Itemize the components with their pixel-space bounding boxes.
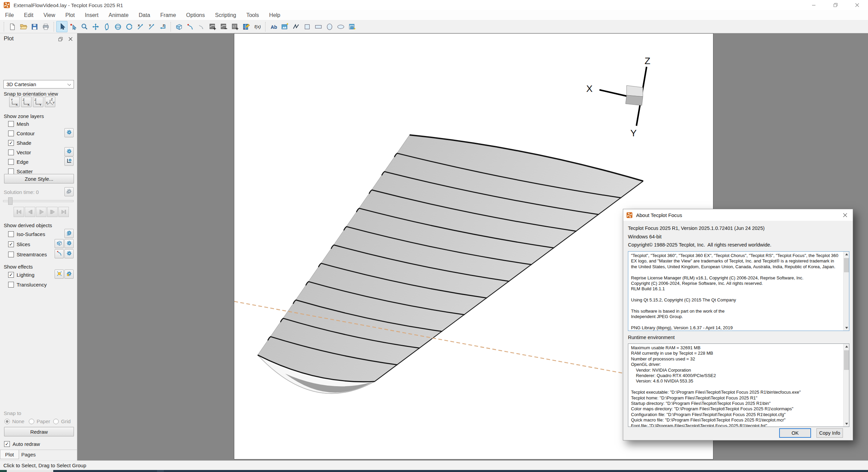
close-panel-icon[interactable] xyxy=(67,35,74,43)
add-streamtrace-button[interactable] xyxy=(184,21,196,32)
streamtrace-details-button[interactable] xyxy=(64,249,74,258)
rotate-rollerball-button[interactable] xyxy=(101,21,112,32)
runtime-scrollbar[interactable] xyxy=(843,344,849,427)
print-button[interactable] xyxy=(40,21,51,32)
add-square-button[interactable] xyxy=(301,21,313,32)
svg-text:X: X xyxy=(46,101,48,104)
rotate-x-button[interactable]: X xyxy=(135,21,146,32)
specify-equations-button[interactable]: f(x) xyxy=(252,21,263,32)
zone-checkbox-edge[interactable] xyxy=(8,159,14,165)
menu-tools[interactable]: Tools xyxy=(241,10,264,20)
slice-details-icon xyxy=(66,240,72,248)
menu-help[interactable]: Help xyxy=(264,10,285,20)
lighting-details-icon xyxy=(66,271,72,278)
add-text-button[interactable]: Ab xyxy=(268,21,279,32)
derived-checkbox-streamtraces[interactable] xyxy=(8,252,14,257)
scroll-up-icon[interactable] xyxy=(844,344,849,350)
add-ellipse-button[interactable] xyxy=(335,21,346,32)
license-scrollbar[interactable] xyxy=(843,252,849,331)
add-square-icon xyxy=(303,23,311,31)
float-panel-icon[interactable] xyxy=(57,35,64,43)
zone-checkbox-scatter[interactable] xyxy=(8,169,14,174)
save-layout-button[interactable] xyxy=(29,21,40,32)
menu-view[interactable]: View xyxy=(38,10,60,20)
license-text-area[interactable]: "Tecplot", "Tecplot 360", "Tecplot 360 E… xyxy=(628,251,849,331)
menu-insert[interactable]: Insert xyxy=(80,10,103,20)
add-polyline-button[interactable] xyxy=(290,21,301,32)
status-bar: Click to Select, Drag to Select Group xyxy=(0,460,868,470)
svg-text:X: X xyxy=(27,103,29,106)
lighting-place-button[interactable] xyxy=(55,270,64,279)
zone-checkbox-shade[interactable]: ✓ xyxy=(8,140,14,146)
zone-checkbox-mesh[interactable] xyxy=(8,121,14,127)
derived-checkbox-iso-surfaces[interactable] xyxy=(8,231,14,237)
zone-checkbox-vector[interactable] xyxy=(8,150,14,155)
edit-colormap-button[interactable] xyxy=(240,21,252,32)
scroll-down-icon[interactable] xyxy=(844,325,849,331)
scroll-up-icon[interactable] xyxy=(844,252,849,257)
effects-checkbox-lighting[interactable]: ✓ xyxy=(8,272,14,278)
vector-details-button[interactable] xyxy=(64,147,74,156)
create-frame-button[interactable] xyxy=(346,21,357,32)
view-yx-button[interactable]: YX xyxy=(9,97,20,107)
runtime-text-area[interactable]: Maximum usable RAM = 32691 MBRAM current… xyxy=(628,343,849,427)
wing-body xyxy=(258,135,643,394)
contour-details-button[interactable] xyxy=(64,128,74,137)
edge-details-button[interactable] xyxy=(64,157,74,166)
menu-frame[interactable]: Frame xyxy=(155,10,181,20)
rotate-z-button[interactable]: Z xyxy=(157,21,168,32)
select-button[interactable] xyxy=(56,21,67,32)
close-button[interactable] xyxy=(846,0,868,10)
menu-data[interactable]: Data xyxy=(134,10,155,20)
tab-plot[interactable]: Plot xyxy=(0,450,19,459)
menu-scripting[interactable]: Scripting xyxy=(210,10,241,20)
open-layout-button[interactable] xyxy=(18,21,29,32)
streamtrace-place-icon xyxy=(56,250,62,258)
menu-options[interactable]: Options xyxy=(181,10,210,20)
restore-button[interactable] xyxy=(825,0,846,10)
redraw-button[interactable]: Redraw xyxy=(4,427,74,436)
menu-plot[interactable]: Plot xyxy=(60,10,80,20)
zone-style-button[interactable]: Zone Style... xyxy=(4,174,74,183)
view-zx-button[interactable]: ZX xyxy=(21,97,32,107)
menu-file[interactable]: File xyxy=(0,10,19,20)
effects-checkbox-translucency[interactable] xyxy=(8,282,14,288)
plot-type-dropdown[interactable]: 3D Cartesian xyxy=(3,80,74,88)
ok-button[interactable]: OK xyxy=(779,428,811,438)
delete-contour-level-button[interactable] xyxy=(218,21,229,32)
new-layout-button[interactable] xyxy=(6,21,18,32)
zone-checkbox-contour[interactable] xyxy=(8,131,14,136)
derived-checkbox-slices[interactable]: ✓ xyxy=(8,241,14,247)
translate-button[interactable] xyxy=(90,21,101,32)
add-circle-button[interactable] xyxy=(324,21,335,32)
slice-tool-button[interactable] xyxy=(173,21,184,32)
copy-info-button[interactable]: Copy Info xyxy=(816,428,843,438)
add-rectangle-button[interactable] xyxy=(313,21,324,32)
streamtrace-place-button[interactable] xyxy=(55,249,64,258)
add-contour-level-button[interactable] xyxy=(207,21,218,32)
tab-pages[interactable]: Pages xyxy=(19,450,38,459)
slice-details-button[interactable] xyxy=(64,239,74,248)
auto-redraw-checkbox-row[interactable]: ✓ Auto redraw xyxy=(4,440,40,448)
view-zy-button[interactable]: ZY xyxy=(33,97,43,107)
rotate-y-button[interactable]: Y xyxy=(146,21,157,32)
end-streamtrace-button[interactable] xyxy=(196,21,207,32)
scroll-down-icon[interactable] xyxy=(844,421,849,427)
adjust-button[interactable] xyxy=(67,21,79,32)
minimize-button[interactable] xyxy=(803,0,825,10)
rotate-twist-button[interactable] xyxy=(123,21,135,32)
lighting-details-button[interactable] xyxy=(64,270,74,279)
rotate-spherical-button[interactable] xyxy=(112,21,123,32)
zoom-button[interactable] xyxy=(79,21,90,32)
contour-label-button[interactable]: 1.7 xyxy=(229,21,240,32)
auto-redraw-checkbox[interactable]: ✓ xyxy=(4,441,10,447)
add-image-geometry-button[interactable] xyxy=(279,21,290,32)
slice-place-button[interactable] xyxy=(55,239,64,248)
dialog-close-icon[interactable] xyxy=(837,209,853,221)
menu-edit[interactable]: Edit xyxy=(19,10,39,20)
menu-animate[interactable]: Animate xyxy=(103,10,134,20)
snap-to-option-paper: Paper xyxy=(29,418,50,424)
contour-label-icon: 1.7 xyxy=(231,23,239,31)
view-xzy-button[interactable]: ZXY xyxy=(45,97,55,107)
iso-surface-details-button[interactable] xyxy=(64,229,74,238)
